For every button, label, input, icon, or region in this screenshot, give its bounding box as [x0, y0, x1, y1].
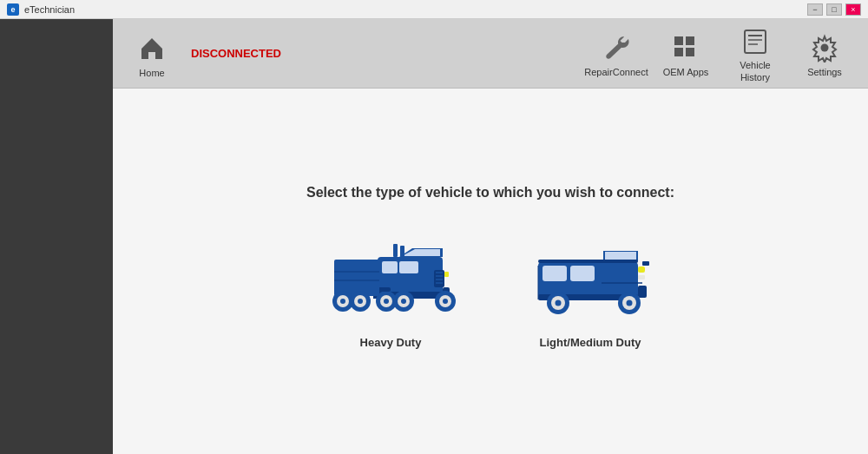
title-bar: e eTechnician − □ × [0, 0, 868, 19]
toolbar-nav: RepairConnect OEM Apps [582, 23, 859, 84]
repair-connect-label: RepairConnect [584, 67, 648, 78]
nav-settings[interactable]: Settings [790, 23, 859, 84]
svg-rect-23 [444, 272, 449, 277]
app-title: eTechnician [24, 4, 75, 15]
svg-rect-18 [399, 261, 418, 273]
maximize-button[interactable]: □ [826, 3, 842, 16]
svg-point-39 [340, 299, 345, 304]
minimize-button[interactable]: − [807, 3, 823, 16]
svg-point-26 [443, 299, 448, 304]
title-bar-left: e eTechnician [7, 3, 75, 16]
vehicle-history-label: Vehicle History [724, 60, 786, 82]
svg-point-58 [556, 300, 562, 306]
main-area: Home DISCONNECTED RepairConnect [113, 19, 868, 454]
svg-rect-1 [686, 36, 694, 45]
heavy-duty-icon [326, 235, 456, 326]
gear-icon [809, 32, 840, 63]
svg-point-8 [821, 43, 829, 51]
close-button[interactable]: × [845, 3, 861, 16]
wrench-icon [601, 32, 632, 63]
svg-rect-49 [638, 286, 647, 298]
svg-rect-34 [334, 260, 379, 296]
nav-oem-apps[interactable]: OEM Apps [651, 23, 720, 84]
svg-rect-50 [638, 266, 645, 273]
heavy-duty-label: Heavy Duty [360, 336, 422, 349]
home-label: Home [139, 68, 164, 78]
svg-rect-2 [674, 48, 683, 56]
nav-repair-connect[interactable]: RepairConnect [582, 23, 651, 84]
content-area: Select the type of vehicle to which you … [113, 89, 868, 454]
heavy-duty-option[interactable]: Heavy Duty [326, 235, 456, 349]
light-medium-duty-label: Light/Medium Duty [540, 336, 641, 349]
title-bar-controls: − □ × [807, 3, 861, 16]
svg-point-42 [358, 299, 363, 304]
toolbar: Home DISCONNECTED RepairConnect [113, 19, 868, 89]
svg-rect-17 [382, 261, 398, 273]
svg-point-32 [384, 299, 389, 304]
vehicle-history-icon [740, 27, 771, 56]
svg-rect-46 [570, 266, 595, 281]
disconnected-status: DISCONNECTED [191, 47, 582, 60]
svg-rect-60 [538, 260, 638, 263]
select-prompt: Select the type of vehicle to which you … [306, 185, 674, 201]
sidebar [0, 19, 113, 454]
vehicle-options: Heavy Duty [326, 235, 655, 349]
light-medium-duty-option[interactable]: Light/Medium Duty [525, 235, 655, 349]
app-icon: e [7, 3, 19, 16]
home-button[interactable]: Home [122, 23, 182, 84]
svg-rect-4 [745, 30, 766, 53]
svg-point-29 [401, 299, 406, 304]
oem-apps-label: OEM Apps [663, 67, 709, 78]
nav-vehicle-history[interactable]: Vehicle History [720, 23, 790, 84]
svg-marker-44 [605, 252, 636, 260]
grid-icon [670, 32, 701, 63]
svg-rect-21 [393, 244, 398, 257]
svg-rect-3 [686, 48, 694, 56]
settings-label: Settings [807, 67, 842, 78]
svg-point-55 [627, 300, 633, 306]
light-medium-duty-icon [525, 235, 655, 326]
app-container: Home DISCONNECTED RepairConnect [0, 19, 868, 454]
svg-rect-45 [542, 266, 567, 281]
home-icon [136, 33, 168, 64]
svg-rect-51 [638, 275, 645, 280]
svg-rect-22 [400, 246, 404, 257]
svg-rect-0 [674, 36, 683, 45]
svg-rect-59 [642, 261, 649, 266]
